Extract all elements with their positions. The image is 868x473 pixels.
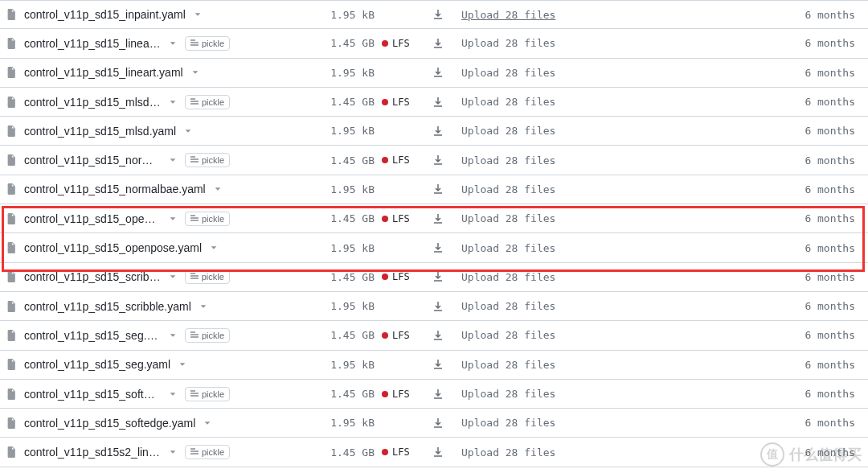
- commit-message-link[interactable]: Upload 28 files: [452, 154, 805, 167]
- lfs-cell: LFS: [381, 213, 424, 224]
- file-name-link[interactable]: control_v11p_sd15_seg.pth: [24, 329, 161, 342]
- svg-rect-2: [190, 39, 195, 41]
- svg-rect-29: [190, 453, 199, 454]
- file-name-link[interactable]: control_v11p_sd15_openpose.yaml: [24, 241, 202, 254]
- svg-rect-13: [190, 220, 199, 221]
- commit-message-link[interactable]: Upload 28 files: [452, 271, 805, 283]
- chevron-down-icon[interactable]: [212, 183, 223, 195]
- commit-message-link[interactable]: Upload 28 files: [452, 446, 805, 459]
- file-name-link[interactable]: control_v11p_sd15_normalbae.yaml: [24, 183, 206, 195]
- download-button[interactable]: [432, 125, 444, 137]
- lfs-cell: LFS: [381, 389, 424, 400]
- svg-rect-21: [190, 336, 199, 338]
- download-button[interactable]: [432, 359, 444, 370]
- download-button[interactable]: [432, 446, 444, 458]
- download-button[interactable]: [432, 330, 444, 341]
- commit-message-link[interactable]: Upload 28 files: [452, 388, 805, 400]
- chevron-down-icon[interactable]: [192, 9, 203, 20]
- commit-message-link[interactable]: Upload 28 files: [452, 242, 805, 254]
- chevron-down-icon[interactable]: [198, 301, 209, 312]
- chevron-down-icon[interactable]: [167, 38, 178, 49]
- svg-point-11: [382, 157, 388, 163]
- download-button[interactable]: [432, 213, 444, 224]
- file-name-link[interactable]: control_v11p_sd15_scrib…: [24, 270, 161, 283]
- commit-time: 6 months: [805, 67, 855, 79]
- commit-time: 6 months: [805, 242, 855, 254]
- chevron-down-icon[interactable]: [167, 271, 178, 282]
- pickle-tag: pickle: [185, 269, 230, 284]
- file-size: 1.45 GB: [325, 37, 381, 49]
- commit-message-link[interactable]: Upload 28 files: [452, 329, 805, 341]
- svg-rect-8: [190, 158, 199, 160]
- file-name-link[interactable]: control_v11p_sd15_open…: [24, 212, 161, 225]
- file-row: control_v11p_sd15_openpose.yaml1.95 kBUp…: [0, 233, 868, 262]
- chevron-down-icon[interactable]: [182, 125, 194, 137]
- commit-message-link[interactable]: Upload 28 files: [452, 37, 805, 49]
- file-name-link[interactable]: control_v11p_sd15_scribble.yaml: [24, 300, 191, 313]
- file-row: control_v11p_sd15_lineart.yaml1.95 kBUpl…: [0, 59, 868, 88]
- download-button[interactable]: [432, 67, 444, 78]
- file-name-link[interactable]: control_v11p_sd15_inpaint.yaml: [24, 8, 186, 21]
- chevron-down-icon[interactable]: [167, 154, 178, 166]
- file-icon: [5, 300, 18, 313]
- commit-message-link[interactable]: Upload 28 files: [452, 212, 805, 224]
- chevron-down-icon[interactable]: [167, 389, 178, 400]
- file-row: control_v11p_sd15_softedge.yaml1.95 kBUp…: [0, 409, 868, 438]
- svg-rect-30: [190, 448, 195, 450]
- commit-time: 6 months: [805, 300, 855, 312]
- file-name-link[interactable]: control_v11p_sd15_softe…: [24, 388, 161, 401]
- commit-message-link[interactable]: Upload 28 files: [452, 359, 805, 371]
- file-name-link[interactable]: control_v11p_sd15_norm…: [24, 154, 161, 167]
- commit-message-link[interactable]: Upload 28 files: [452, 67, 805, 79]
- lfs-badge: LFS: [392, 38, 410, 49]
- download-button[interactable]: [432, 301, 444, 312]
- file-icon: [5, 329, 18, 342]
- file-name-link[interactable]: control_v11p_sd15s2_line…: [24, 446, 161, 459]
- svg-point-19: [382, 274, 388, 280]
- file-icon: [5, 96, 18, 109]
- commit-time: 6 months: [805, 37, 855, 49]
- file-icon: [5, 388, 18, 401]
- file-name-link[interactable]: control_v11p_sd15_mlsd.yaml: [24, 125, 176, 138]
- file-size: 1.95 kB: [325, 9, 381, 21]
- file-row: control_v11p_sd15_normalbae.yaml1.95 kBU…: [0, 175, 868, 204]
- svg-point-27: [382, 391, 388, 397]
- download-button[interactable]: [432, 389, 444, 400]
- file-name-link[interactable]: control_v11p_sd15_softedge.yaml: [24, 417, 195, 430]
- svg-rect-24: [190, 393, 199, 394]
- file-name-link[interactable]: control_v11p_sd15_seg.yaml: [24, 358, 170, 371]
- file-size: 1.95 kB: [325, 183, 381, 195]
- download-button[interactable]: [432, 97, 444, 108]
- svg-rect-14: [190, 215, 195, 216]
- commit-message-link[interactable]: Upload 28 files: [452, 417, 805, 429]
- download-button[interactable]: [432, 183, 444, 195]
- chevron-down-icon[interactable]: [167, 330, 178, 341]
- chevron-down-icon[interactable]: [167, 446, 178, 458]
- file-name-link[interactable]: control_v11p_sd15_mlsd.…: [24, 96, 161, 109]
- download-button[interactable]: [432, 154, 444, 166]
- commit-message-link[interactable]: Upload 28 files: [452, 183, 805, 195]
- download-button[interactable]: [432, 417, 444, 429]
- file-name-link[interactable]: control_v11p_sd15_linear…: [24, 37, 161, 50]
- commit-message-link[interactable]: Upload 28 files: [452, 300, 805, 312]
- chevron-down-icon[interactable]: [177, 359, 188, 370]
- file-name-link[interactable]: control_v11p_sd15_lineart.yaml: [24, 66, 183, 79]
- commit-message-link[interactable]: Upload 28 files: [452, 9, 805, 21]
- file-row: control_v11p_sd15_softe…pickle1.45 GBLFS…: [0, 380, 868, 409]
- watermark: 值 什么值得买: [760, 442, 862, 467]
- chevron-down-icon[interactable]: [190, 67, 201, 78]
- download-button[interactable]: [432, 242, 444, 253]
- lfs-badge: LFS: [392, 446, 410, 458]
- svg-rect-10: [190, 156, 195, 158]
- chevron-down-icon[interactable]: [202, 417, 213, 429]
- download-button[interactable]: [432, 38, 444, 49]
- chevron-down-icon[interactable]: [167, 213, 178, 224]
- chevron-down-icon[interactable]: [167, 97, 178, 108]
- chevron-down-icon[interactable]: [208, 242, 219, 253]
- commit-message-link[interactable]: Upload 28 files: [452, 96, 805, 108]
- download-button[interactable]: [432, 9, 444, 20]
- commit-message-link[interactable]: Upload 28 files: [452, 125, 805, 137]
- file-icon: [5, 446, 18, 459]
- download-button[interactable]: [432, 271, 444, 282]
- file-size: 1.95 kB: [325, 125, 381, 137]
